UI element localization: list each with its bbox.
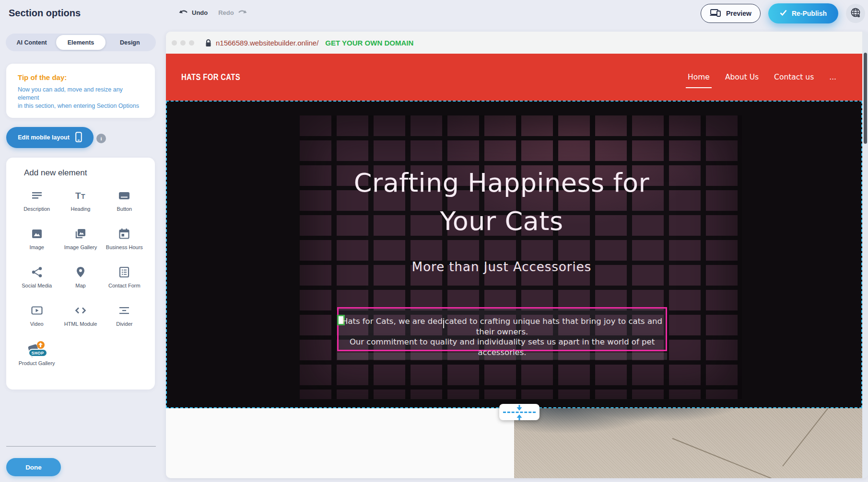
element-product-gallery[interactable]: SHOP Product Gallery	[15, 338, 59, 376]
nav-contact-us[interactable]: Contact us	[774, 73, 814, 81]
description-shadow-band	[337, 353, 667, 360]
upgrade-arrow-icon	[37, 341, 45, 349]
undo-redo-group: Undo Redo	[179, 0, 247, 25]
browser-dots	[172, 40, 194, 46]
nav-home[interactable]: Home	[688, 73, 710, 81]
hero-section-selected[interactable]: Crafting Happiness for Your Cats More th…	[166, 101, 862, 408]
tab-ai-content[interactable]: AI Content	[7, 35, 56, 50]
tab-design[interactable]: Design	[106, 35, 154, 50]
element-grid: Description TT Heading Button Image Imag…	[6, 184, 155, 376]
share-icon	[31, 266, 43, 280]
get-domain-link[interactable]: GET YOUR OWN DOMAIN	[325, 39, 413, 47]
element-video[interactable]: Video	[15, 299, 59, 338]
text-lines-icon	[31, 189, 43, 204]
hero-subheading[interactable]: More than Just Accessories	[334, 260, 669, 274]
undo-button[interactable]: Undo	[179, 9, 208, 17]
site-header: HATS FOR CATS Home About Us Contact us .…	[166, 54, 862, 101]
add-element-card: Add new element Description TT Heading B…	[6, 158, 155, 390]
republish-button[interactable]: Re-Publish	[768, 3, 838, 23]
description-element-selected[interactable]: Hats for Cats, we are dedicated to craft…	[337, 307, 667, 351]
dashed-line	[503, 412, 536, 413]
arrow-up-icon	[516, 413, 523, 420]
divider-icon	[118, 304, 130, 319]
calendar-icon	[118, 228, 130, 242]
preview-label: Preview	[726, 10, 751, 17]
map-pin-icon	[74, 266, 87, 280]
element-contact-form[interactable]: Contact Form	[103, 261, 146, 299]
hero-heading[interactable]: Crafting Happiness for Your Cats	[334, 164, 669, 241]
tip-line: in this section, when entering Section O…	[18, 102, 143, 110]
site-nav: Home About Us Contact us ...	[688, 73, 836, 81]
sidebar-divider	[6, 446, 156, 447]
preview-button[interactable]: Preview	[701, 4, 761, 23]
image-icon	[31, 228, 43, 242]
svg-text:T: T	[81, 193, 85, 200]
preview-scrollbar	[862, 32, 868, 478]
tip-of-the-day-card: Tip of the day: Now you can add, move an…	[6, 64, 155, 118]
form-icon	[118, 266, 130, 280]
scrollbar-thumb[interactable]	[864, 53, 867, 144]
info-icon[interactable]: i	[96, 134, 106, 143]
next-section-image[interactable]	[514, 408, 862, 478]
next-section-white[interactable]	[166, 408, 514, 478]
tip-title: Tip of the day:	[18, 73, 143, 81]
edit-mobile-layout-button[interactable]: Edit mobile layout	[6, 127, 94, 148]
element-map[interactable]: Map	[59, 261, 102, 299]
page-title: Section options	[9, 8, 81, 19]
globe-icon	[850, 7, 861, 20]
undo-label: Undo	[192, 9, 208, 16]
heading-icon: TT	[74, 189, 87, 204]
product-gallery-icon: SHOP	[28, 343, 46, 358]
done-button[interactable]: Done	[6, 458, 61, 476]
element-html-module[interactable]: HTML Module	[59, 299, 102, 338]
element-heading[interactable]: TT Heading	[59, 184, 102, 223]
site-url: n1566589.websitebuilder.online/	[216, 39, 318, 47]
phone-icon	[75, 132, 82, 144]
devices-icon	[710, 9, 721, 18]
button-icon	[118, 189, 130, 204]
edit-mobile-label: Edit mobile layout	[18, 134, 70, 141]
element-button[interactable]: Button	[103, 184, 146, 223]
element-social-media[interactable]: Social Media	[15, 261, 59, 299]
element-divider[interactable]: Divider	[103, 299, 146, 338]
language-globe-button[interactable]	[846, 4, 865, 23]
element-image-gallery[interactable]: Image Gallery	[59, 223, 102, 261]
tip-line: Now you can add, move and resize any ele…	[18, 86, 143, 102]
hero-description: Hats for Cats, we are dedicated to craft…	[339, 316, 666, 357]
topbar-actions: Preview Re-Publish	[701, 3, 865, 23]
lock-icon	[205, 39, 212, 47]
image-gallery-icon	[74, 228, 87, 242]
check-icon	[780, 10, 787, 17]
site-logo[interactable]: HATS FOR CATS	[181, 72, 240, 82]
element-image[interactable]: Image	[15, 223, 59, 261]
section-resize-handle[interactable]	[499, 404, 540, 420]
nav-about-us[interactable]: About Us	[725, 73, 759, 81]
browser-chrome-bar: n1566589.websitebuilder.online/ GET YOUR…	[166, 32, 862, 54]
tab-elements[interactable]: Elements	[56, 35, 105, 50]
arrow-down-icon	[516, 404, 523, 411]
republish-label: Re-Publish	[792, 10, 827, 17]
panel-tabs: AI Content Elements Design	[6, 34, 156, 51]
tip-body: Now you can add, move and resize any ele…	[18, 86, 143, 110]
element-business-hours[interactable]: Business Hours	[103, 223, 146, 261]
shop-badge: SHOP	[28, 349, 47, 357]
code-icon	[74, 304, 87, 319]
video-icon	[31, 304, 43, 319]
redo-label: Redo	[218, 9, 234, 16]
add-element-title: Add new element	[6, 168, 155, 178]
undo-icon	[179, 9, 188, 17]
element-description[interactable]: Description	[15, 184, 59, 223]
nav-more[interactable]: ...	[829, 73, 836, 81]
redo-button[interactable]: Redo	[218, 9, 247, 17]
site-preview-pane: n1566589.websitebuilder.online/ GET YOUR…	[166, 32, 868, 478]
svg-text:T: T	[75, 191, 81, 201]
redo-icon	[238, 9, 247, 17]
pavement-photo	[514, 408, 862, 478]
